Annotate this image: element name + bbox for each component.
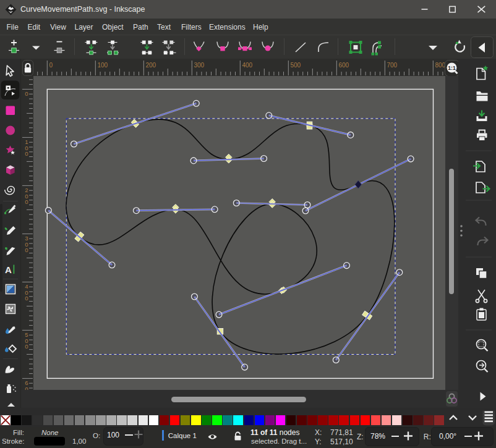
svg-text:0: 0 [25, 295, 28, 302]
svg-text:800: 800 [435, 62, 446, 69]
svg-text:600: 600 [339, 62, 349, 69]
svg-text:0: 0 [25, 90, 28, 97]
svg-text:300: 300 [194, 62, 205, 69]
svg-text:0: 0 [25, 247, 28, 253]
svg-text:400: 400 [242, 62, 253, 69]
svg-text:700: 700 [387, 62, 398, 69]
svg-text:200: 200 [146, 62, 156, 69]
svg-text:100: 100 [98, 62, 108, 69]
svg-text:0: 0 [25, 386, 28, 390]
svg-text:0: 0 [49, 62, 53, 69]
svg-text:0: 0 [25, 198, 28, 205]
svg-text:500: 500 [291, 62, 301, 69]
svg-text:0: 0 [25, 150, 28, 157]
svg-text:1:1: 1:1 [448, 65, 456, 71]
svg-text:0: 0 [25, 343, 28, 350]
